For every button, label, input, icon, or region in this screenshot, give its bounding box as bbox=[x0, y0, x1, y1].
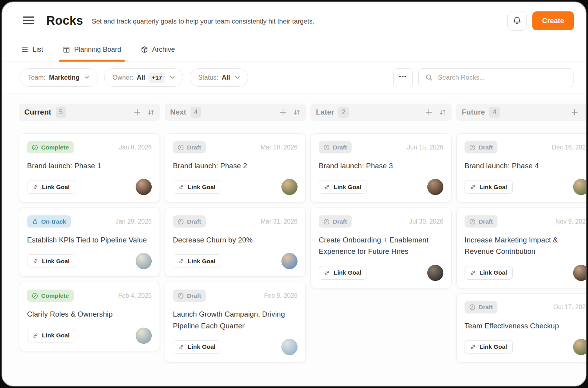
rock-card[interactable]: Complete Feb 4, 2026 Clarify Roles & Own… bbox=[19, 282, 160, 351]
column-cards: Draft Mar 18, 2026 Brand launch: Phase 2… bbox=[165, 133, 306, 362]
link-goal-button[interactable]: Link Goal bbox=[27, 254, 75, 268]
link-icon bbox=[178, 258, 184, 264]
avatar[interactable] bbox=[573, 339, 586, 355]
card-title: Decrease Churn by 20% bbox=[173, 234, 298, 246]
column-actions bbox=[425, 108, 446, 116]
notifications-button[interactable] bbox=[507, 11, 527, 31]
board-column: Future 4 Draft Dec 16, 2026 Brand launch bbox=[456, 104, 586, 362]
card-top-row: Draft Dec 16, 2026 bbox=[465, 141, 586, 153]
column-title: Later bbox=[316, 108, 334, 117]
avatar[interactable] bbox=[427, 179, 443, 195]
link-goal-button[interactable]: Link Goal bbox=[173, 254, 221, 268]
rock-card[interactable]: Draft Nov 9, 2026 Increase Marketing Imp… bbox=[456, 208, 586, 288]
clock-icon bbox=[178, 293, 184, 299]
filter-bar: Team: Marketing Owner: All +17 Status: A… bbox=[2, 62, 586, 93]
link-goal-button[interactable]: Link Goal bbox=[465, 180, 513, 194]
add-card-button[interactable] bbox=[133, 108, 141, 116]
card-date: Jun 15, 2026 bbox=[407, 144, 443, 151]
status-badge: Complete bbox=[27, 141, 74, 153]
page-subtitle: Set and track quarterly goals to help yo… bbox=[92, 18, 314, 26]
check-circle-icon bbox=[32, 144, 38, 151]
avatar[interactable] bbox=[136, 328, 152, 344]
app-header: Rocks Set and track quarterly goals to h… bbox=[2, 2, 586, 39]
status-badge: Draft bbox=[319, 141, 352, 153]
rock-card[interactable]: Draft Jun 15, 2026 Brand launch: Phase 3… bbox=[310, 133, 452, 202]
link-goal-label: Link Goal bbox=[42, 184, 70, 191]
search-box bbox=[418, 68, 573, 87]
rock-card[interactable]: Draft Oct 17, 2026 Team Effectiveness Ch… bbox=[456, 293, 586, 362]
status-label: Draft bbox=[333, 218, 347, 225]
rock-card[interactable]: Draft Dec 16, 2026 Brand launch: Phase 4… bbox=[456, 133, 586, 202]
tab-planning-board[interactable]: Planning Board bbox=[62, 39, 122, 62]
card-bottom-row: Link Goal bbox=[465, 179, 586, 195]
sort-column-button[interactable] bbox=[147, 108, 155, 116]
owner-filter[interactable]: Owner: All +17 bbox=[104, 68, 183, 87]
avatar[interactable] bbox=[573, 179, 586, 195]
sort-arrows-icon bbox=[439, 108, 446, 116]
status-label: On-track bbox=[41, 218, 66, 225]
more-options-button[interactable]: ••• bbox=[393, 68, 413, 87]
card-date: Jan 29, 2026 bbox=[115, 218, 152, 225]
link-goal-button[interactable]: Link Goal bbox=[319, 180, 367, 194]
card-bottom-row: Link Goal bbox=[319, 179, 443, 195]
card-title: Brand launch: Phase 3 bbox=[319, 160, 443, 171]
column-header: Later 2 bbox=[310, 104, 452, 121]
team-filter[interactable]: Team: Marketing bbox=[20, 68, 98, 87]
plus-icon bbox=[571, 108, 579, 116]
board-column: Next 4 Draft Mar 18, 2026 Brand launch: bbox=[165, 104, 306, 362]
rock-card[interactable]: Draft Feb 9, 2026 Launch Growth Campaign… bbox=[165, 282, 306, 362]
list-icon bbox=[21, 46, 29, 53]
link-goal-button[interactable]: Link Goal bbox=[319, 266, 367, 280]
avatar[interactable] bbox=[573, 265, 586, 281]
rock-card[interactable]: Draft Jul 30, 2026 Create Onboarding + E… bbox=[310, 208, 452, 288]
clock-icon bbox=[323, 144, 330, 151]
planning-board: Current 5 Complete Jan 8, 2026 Brand lau bbox=[2, 93, 586, 386]
hamburger-menu-button[interactable] bbox=[22, 15, 35, 26]
column-actions bbox=[571, 108, 586, 116]
rock-card[interactable]: Draft Mar 31, 2026 Decrease Churn by 20%… bbox=[165, 208, 306, 277]
avatar[interactable] bbox=[136, 253, 152, 269]
search-icon bbox=[425, 74, 433, 81]
tab-label: Archive bbox=[152, 46, 175, 54]
link-icon bbox=[33, 258, 38, 264]
link-goal-button[interactable]: Link Goal bbox=[465, 266, 513, 280]
sort-column-button[interactable] bbox=[584, 108, 586, 116]
avatar[interactable] bbox=[427, 265, 443, 281]
add-card-button[interactable] bbox=[279, 108, 287, 116]
link-goal-button[interactable]: Link Goal bbox=[27, 180, 75, 194]
rock-card[interactable]: On-track Jan 29, 2026 Establish KPIs Tie… bbox=[19, 208, 160, 277]
rock-card[interactable]: Draft Mar 18, 2026 Brand launch: Phase 2… bbox=[165, 133, 306, 202]
sort-column-button[interactable] bbox=[293, 108, 301, 116]
avatar[interactable] bbox=[281, 179, 298, 195]
status-filter[interactable]: Status: All bbox=[190, 68, 248, 87]
status-label: Draft bbox=[187, 218, 201, 225]
avatar[interactable] bbox=[281, 339, 298, 355]
link-icon bbox=[178, 344, 184, 350]
avatar[interactable] bbox=[281, 253, 298, 269]
add-card-button[interactable] bbox=[571, 108, 579, 116]
tab-list[interactable]: List bbox=[20, 39, 44, 62]
link-goal-button[interactable]: Link Goal bbox=[173, 180, 221, 194]
rock-card[interactable]: Complete Jan 8, 2026 Brand launch: Phase… bbox=[19, 133, 160, 202]
add-card-button[interactable] bbox=[425, 108, 433, 116]
status-badge: Draft bbox=[319, 215, 352, 228]
search-input[interactable] bbox=[438, 74, 566, 82]
link-icon bbox=[33, 184, 38, 190]
archive-icon bbox=[141, 46, 148, 53]
link-goal-label: Link Goal bbox=[42, 332, 70, 339]
create-button[interactable]: Create bbox=[532, 11, 574, 30]
card-date: Feb 9, 2026 bbox=[264, 292, 298, 299]
avatar[interactable] bbox=[136, 179, 152, 195]
card-bottom-row: Link Goal bbox=[173, 339, 298, 355]
sort-column-button[interactable] bbox=[439, 108, 446, 116]
tab-archive[interactable]: Archive bbox=[140, 39, 176, 62]
status-filter-label: Status: bbox=[198, 74, 218, 81]
link-goal-button[interactable]: Link Goal bbox=[27, 329, 75, 342]
link-goal-label: Link Goal bbox=[479, 269, 507, 276]
team-filter-label: Team: bbox=[28, 74, 45, 81]
link-goal-label: Link Goal bbox=[334, 184, 361, 191]
column-count-badge: 2 bbox=[338, 107, 349, 118]
link-goal-button[interactable]: Link Goal bbox=[173, 340, 221, 354]
link-goal-button[interactable]: Link Goal bbox=[465, 340, 513, 354]
board-columns: Current 5 Complete Jan 8, 2026 Brand lau bbox=[19, 104, 586, 362]
